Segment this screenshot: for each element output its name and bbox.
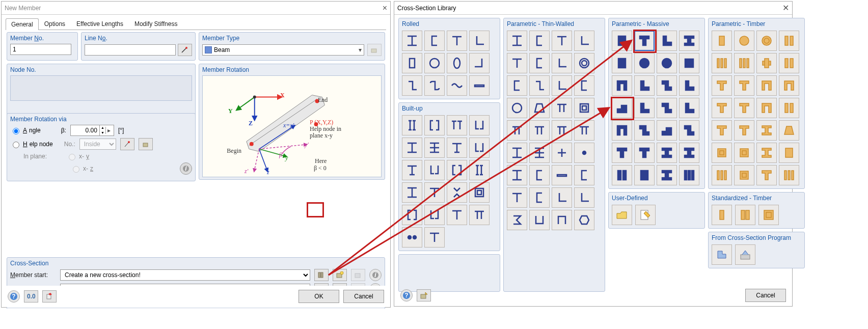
- shape-grid-built-12[interactable]: [402, 182, 422, 203]
- shape-grid-timber-11[interactable]: [779, 75, 799, 96]
- tab-modify-stiffness[interactable]: Modify Stiffness: [129, 18, 183, 30]
- shape-grid-timber-12[interactable]: [712, 98, 732, 118]
- shape-grid-massive-17[interactable]: [634, 120, 655, 141]
- shape-grid-timber-15[interactable]: [779, 98, 799, 118]
- shape-grid-timber-18[interactable]: [756, 120, 777, 141]
- shape-grid-thin-5[interactable]: [529, 53, 550, 73]
- import-button[interactable]: [417, 289, 431, 301]
- new-cs-start-button[interactable]: [333, 269, 347, 281]
- shape-grid-built-2[interactable]: [447, 115, 467, 135]
- member-no-input[interactable]: [10, 44, 71, 55]
- tab-general[interactable]: General: [6, 18, 39, 30]
- shape-grid-timber-5[interactable]: [734, 53, 754, 73]
- from-dupro-button[interactable]: [735, 244, 755, 265]
- shape-grid-timber-8[interactable]: [712, 75, 732, 96]
- chevron-down-icon[interactable]: ▾: [357, 46, 364, 53]
- shape-grid-built-11[interactable]: [469, 160, 490, 180]
- shape-grid-massive-7[interactable]: [679, 53, 699, 73]
- shape-grid-massive-3[interactable]: [679, 31, 699, 51]
- shape-grid-timber-13[interactable]: [734, 98, 754, 118]
- shape-grid-massive-27[interactable]: [679, 165, 699, 185]
- shape-grid-built-15[interactable]: [469, 182, 490, 203]
- from-shape-button[interactable]: [712, 244, 732, 265]
- line-no-input[interactable]: [85, 44, 176, 56]
- shape-grid-timber-7[interactable]: [779, 53, 799, 73]
- shape-grid-massive-12[interactable]: [612, 98, 632, 118]
- shape-grid-timber-4[interactable]: [712, 53, 732, 73]
- shape-grid-rolled-10[interactable]: [447, 75, 467, 96]
- help-button[interactable]: ?: [400, 289, 413, 301]
- shape-grid-thin-30[interactable]: [552, 187, 572, 208]
- shape-grid-massive-0[interactable]: [612, 31, 632, 51]
- shape-grid-timber-22[interactable]: [756, 143, 777, 163]
- shape-grid-timber-27[interactable]: [779, 165, 799, 185]
- shape-grid-built-7[interactable]: [469, 138, 490, 158]
- info-button[interactable]: i: [180, 162, 192, 175]
- shape-grid-massive-11[interactable]: [679, 75, 699, 96]
- shape-grid-thin-16[interactable]: [507, 120, 527, 141]
- shape-grid-built-14[interactable]: [447, 182, 467, 203]
- shape-grid-timber-26[interactable]: [756, 165, 777, 185]
- close-icon[interactable]: ×: [383, 4, 387, 13]
- shape-grid-built-19[interactable]: [469, 205, 490, 225]
- shape-grid-built-5[interactable]: [424, 138, 445, 158]
- shape-grid-thin-31[interactable]: [574, 187, 594, 208]
- shape-grid-thin-32[interactable]: [507, 210, 527, 230]
- shape-grid-thin-8[interactable]: [507, 75, 527, 96]
- shape-grid-rolled-7[interactable]: [469, 53, 490, 73]
- shape-grid-rolled-2[interactable]: [447, 31, 467, 51]
- spin-up-icon[interactable]: ▲: [100, 125, 105, 130]
- cancel-button[interactable]: Cancel: [745, 289, 786, 302]
- shape-grid-timber-0[interactable]: [712, 31, 732, 51]
- std-rect-button[interactable]: [712, 205, 732, 225]
- angle-radio[interactable]: Angle: [10, 126, 41, 134]
- shape-grid-thin-14[interactable]: [552, 98, 572, 118]
- shape-grid-massive-15[interactable]: [679, 98, 699, 118]
- shape-grid-massive-8[interactable]: [612, 75, 632, 96]
- shape-grid-thin-18[interactable]: [552, 120, 572, 141]
- cs-start-info-button[interactable]: i: [369, 269, 382, 281]
- close-icon[interactable]: ✕: [782, 3, 789, 13]
- shape-grid-timber-20[interactable]: [712, 143, 732, 163]
- shape-grid-thin-7[interactable]: [574, 53, 594, 73]
- shape-grid-thin-0[interactable]: [507, 31, 527, 51]
- defaults-button[interactable]: [42, 290, 57, 303]
- shape-grid-massive-26[interactable]: [657, 165, 677, 185]
- units-button[interactable]: 0.00: [24, 290, 38, 303]
- shape-grid-thin-13[interactable]: [529, 98, 550, 118]
- shape-grid-thin-25[interactable]: [529, 165, 550, 185]
- shape-grid-massive-24[interactable]: [612, 165, 632, 185]
- shape-grid-timber-10[interactable]: [756, 75, 777, 96]
- user-open-button[interactable]: [612, 205, 632, 225]
- shape-grid-built-20[interactable]: [402, 227, 422, 248]
- shape-grid-timber-2[interactable]: [756, 31, 777, 51]
- shape-grid-built-17[interactable]: [424, 205, 445, 225]
- shape-grid-massive-20[interactable]: [612, 143, 632, 163]
- angle-input[interactable]: [71, 125, 99, 135]
- shape-grid-massive-2[interactable]: [657, 31, 677, 51]
- help-button[interactable]: ?: [8, 290, 20, 303]
- shape-grid-built-16[interactable]: [402, 205, 422, 225]
- shape-grid-thin-15[interactable]: [574, 98, 594, 118]
- shape-grid-massive-6[interactable]: [657, 53, 677, 73]
- shape-grid-built-18[interactable]: [447, 205, 467, 225]
- shape-grid-built-9[interactable]: [424, 160, 445, 180]
- shape-grid-thin-9[interactable]: [529, 75, 550, 96]
- shape-grid-massive-5[interactable]: [634, 53, 655, 73]
- pick-line-button[interactable]: [178, 44, 192, 56]
- shape-grid-massive-18[interactable]: [657, 120, 677, 141]
- shape-grid-built-6[interactable]: [447, 138, 467, 158]
- shape-grid-thin-27[interactable]: [574, 165, 594, 185]
- shape-grid-massive-9[interactable]: [634, 75, 655, 96]
- shape-grid-thin-4[interactable]: [507, 53, 527, 73]
- shape-grid-rolled-9[interactable]: [424, 75, 445, 96]
- shape-grid-massive-25[interactable]: [634, 165, 655, 185]
- help-node-radio[interactable]: Help node: [10, 140, 53, 148]
- shape-grid-thin-11[interactable]: [574, 75, 594, 96]
- cs-start-select[interactable]: Create a new cross-section!: [60, 269, 310, 281]
- shape-grid-thin-22[interactable]: [552, 143, 572, 163]
- shape-grid-thin-6[interactable]: [552, 53, 572, 73]
- shape-grid-timber-17[interactable]: [734, 120, 754, 141]
- shape-grid-massive-10[interactable]: [657, 75, 677, 96]
- shape-grid-timber-25[interactable]: [734, 165, 754, 185]
